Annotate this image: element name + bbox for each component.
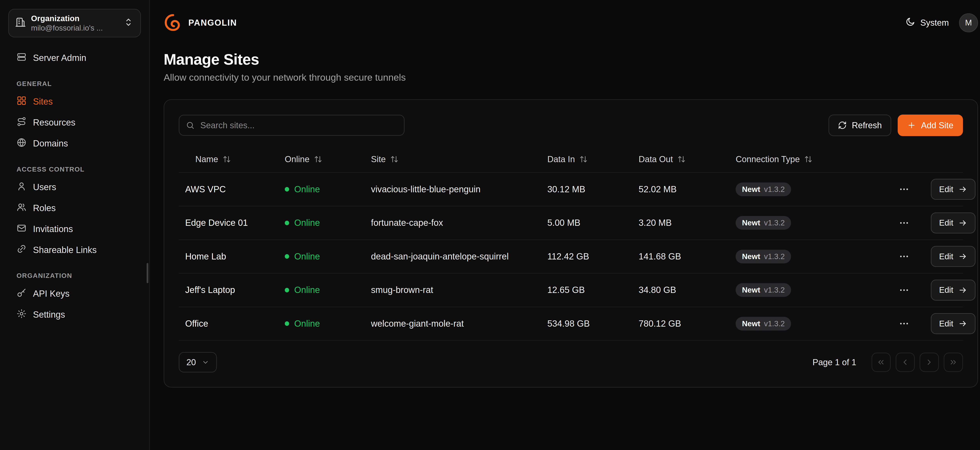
connection-type-version: v1.3.2 bbox=[764, 252, 785, 261]
pagination-next-button[interactable] bbox=[920, 353, 939, 372]
site-name: Home Lab bbox=[179, 252, 285, 261]
data-out-value: 141.68 GB bbox=[639, 252, 736, 261]
sidebar-item-invitations[interactable]: Invitations bbox=[8, 219, 141, 240]
chevrons-up-down-icon bbox=[123, 17, 134, 30]
connection-type-name: Newt bbox=[742, 319, 760, 328]
status-label: Online bbox=[294, 184, 320, 195]
connection-type-badge: Newtv1.3.2 bbox=[736, 283, 791, 297]
edit-button[interactable]: Edit bbox=[931, 280, 975, 301]
refresh-button[interactable]: Refresh bbox=[829, 114, 891, 136]
sort-icon bbox=[579, 155, 588, 163]
row-actions-button[interactable] bbox=[896, 316, 912, 331]
sort-icon bbox=[223, 155, 231, 163]
data-in-value: 112.42 GB bbox=[547, 252, 639, 261]
column-label: Name bbox=[195, 154, 218, 164]
pagination-first-button[interactable] bbox=[872, 353, 891, 372]
sidebar-item-users[interactable]: Users bbox=[8, 177, 141, 198]
column-label: Data Out bbox=[639, 154, 673, 164]
chevron-left-icon bbox=[900, 358, 910, 367]
sites-card: Refresh Add Site NameOnlineSiteData InDa… bbox=[164, 99, 978, 388]
moon-icon bbox=[905, 17, 915, 29]
data-out-value: 780.12 GB bbox=[639, 318, 736, 329]
sidebar-item-shareable-links[interactable]: Shareable Links bbox=[8, 239, 141, 260]
sidebar-item-roles[interactable]: Roles bbox=[8, 198, 141, 219]
sidebar-nav: Server Admin GENERALSitesResourcesDomain… bbox=[8, 48, 141, 325]
connection-type-badge: Newtv1.3.2 bbox=[736, 317, 791, 331]
refresh-label: Refresh bbox=[852, 120, 882, 130]
row-actions-button[interactable] bbox=[896, 181, 912, 197]
site-name: Edge Device 01 bbox=[179, 218, 285, 228]
chevron-down-icon bbox=[202, 358, 209, 366]
connection-type-version: v1.3.2 bbox=[764, 219, 785, 227]
edit-label: Edit bbox=[939, 319, 953, 328]
row-actions-cell bbox=[896, 316, 922, 331]
column-header-online[interactable]: Online bbox=[285, 154, 371, 164]
sidebar-item-resources[interactable]: Resources bbox=[8, 112, 141, 133]
sidebar-scrollbar[interactable] bbox=[146, 263, 149, 284]
page-size-value: 20 bbox=[186, 357, 196, 367]
brand-logo[interactable]: PANGOLIN bbox=[164, 13, 237, 32]
users-icon bbox=[16, 202, 27, 214]
data-out-value: 52.02 MB bbox=[639, 184, 736, 195]
topbar-right: System M bbox=[905, 13, 978, 32]
row-actions-button[interactable] bbox=[896, 249, 912, 265]
connection-type-badge: Newtv1.3.2 bbox=[736, 250, 791, 263]
card-toolbar: Refresh Add Site bbox=[179, 114, 963, 136]
arrow-right-icon bbox=[958, 319, 967, 328]
section-label-organization: ORGANIZATION bbox=[8, 272, 141, 279]
column-header-data-out[interactable]: Data Out bbox=[639, 154, 736, 164]
theme-toggle[interactable]: System bbox=[905, 17, 949, 29]
page-subtitle: Allow connectivity to your network throu… bbox=[164, 72, 978, 83]
add-site-button[interactable]: Add Site bbox=[898, 114, 963, 136]
sidebar-item-api-keys[interactable]: API Keys bbox=[8, 284, 141, 304]
column-header-site[interactable]: Site bbox=[371, 154, 547, 164]
site-name: Office bbox=[179, 318, 285, 329]
avatar[interactable]: M bbox=[959, 13, 978, 32]
connection-type-cell: Newtv1.3.2 bbox=[736, 283, 896, 297]
online-dot-icon bbox=[285, 321, 289, 326]
edit-button[interactable]: Edit bbox=[931, 246, 975, 267]
connection-type-version: v1.3.2 bbox=[764, 185, 785, 194]
pagination-prev-button[interactable] bbox=[896, 353, 915, 372]
status-cell: Online bbox=[285, 285, 371, 295]
table-row: Home LabOnlinedead-san-joaquin-antelope-… bbox=[179, 240, 963, 274]
sidebar-item-sites[interactable]: Sites bbox=[8, 91, 141, 112]
search-input[interactable] bbox=[179, 115, 404, 136]
row-actions-button[interactable] bbox=[896, 282, 912, 298]
pagination-last-button[interactable] bbox=[944, 353, 963, 372]
status-cell: Online bbox=[285, 184, 371, 195]
row-actions-button[interactable] bbox=[896, 215, 912, 231]
site-tunnel-name: smug-brown-rat bbox=[371, 285, 547, 295]
status-label: Online bbox=[294, 252, 320, 261]
sidebar-item-domains[interactable]: Domains bbox=[8, 133, 141, 154]
page-size-select[interactable]: 20 bbox=[179, 352, 217, 372]
sidebar-item-label: Shareable Links bbox=[33, 245, 97, 255]
status-cell: Online bbox=[285, 318, 371, 329]
chevron-right-icon bbox=[925, 358, 934, 367]
online-dot-icon bbox=[285, 254, 289, 259]
org-picker[interactable]: Organization milo@fossorial.io's ... bbox=[8, 9, 141, 37]
pagination: Page 1 of 1 bbox=[813, 353, 963, 372]
column-header-name[interactable]: Name bbox=[179, 154, 285, 164]
edit-label: Edit bbox=[939, 285, 953, 295]
data-in-value: 534.98 GB bbox=[547, 318, 639, 329]
edit-button[interactable]: Edit bbox=[931, 212, 975, 233]
edit-label: Edit bbox=[939, 218, 953, 228]
pangolin-logo-icon bbox=[164, 13, 183, 32]
status-cell: Online bbox=[285, 252, 371, 261]
edit-button[interactable]: Edit bbox=[931, 179, 975, 200]
sidebar-item-label: Resources bbox=[33, 117, 75, 128]
sort-icon bbox=[804, 155, 813, 163]
org-subtitle: milo@fossorial.io's ... bbox=[31, 24, 118, 32]
edit-button[interactable]: Edit bbox=[931, 313, 975, 334]
column-header-data-in[interactable]: Data In bbox=[547, 154, 639, 164]
sidebar-item-settings[interactable]: Settings bbox=[8, 304, 141, 325]
grid-icon bbox=[16, 95, 27, 108]
connection-type-name: Newt bbox=[742, 252, 760, 261]
table-row: AWS VPCOnlinevivacious-little-blue-pengu… bbox=[179, 173, 963, 207]
column-label: Data In bbox=[547, 154, 575, 164]
column-header-connection-type[interactable]: Connection Type bbox=[736, 154, 896, 164]
sidebar-item-server-admin[interactable]: Server Admin bbox=[8, 48, 141, 68]
building-icon bbox=[15, 17, 26, 30]
org-title: Organization bbox=[31, 14, 118, 23]
